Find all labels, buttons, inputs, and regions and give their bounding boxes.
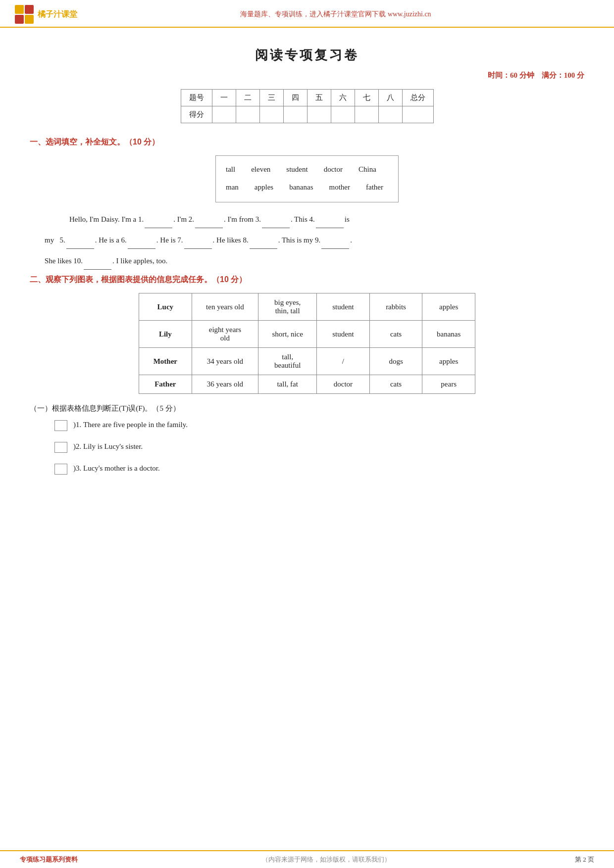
fill-text-block: Hello, I'm Daisy. I'm a 1. . I'm 2. . I'… bbox=[30, 211, 584, 228]
slogan-text: 海量题库、专项训练，进入橘子汁课堂官网下载 bbox=[240, 10, 386, 18]
score-val-3[interactable] bbox=[259, 106, 283, 123]
cell-lucy-food: apples bbox=[422, 293, 475, 321]
blank-9[interactable] bbox=[321, 232, 349, 249]
section1-title: 一、选词填空，补全短文。（10 分） bbox=[30, 137, 584, 147]
score-table-row2-label: 得分 bbox=[181, 106, 212, 123]
score-col-2: 二 bbox=[236, 90, 259, 106]
page-footer: 专项练习题系列资料 （内容来源于网络，如涉版权，请联系我们） 第 2 页 bbox=[0, 850, 614, 868]
tf-text-3: Lucy's mother is a doctor. bbox=[83, 464, 160, 473]
cell-lily-pets: cats bbox=[369, 321, 422, 348]
blank-5[interactable] bbox=[66, 232, 94, 249]
word-bananas: bananas bbox=[289, 180, 313, 195]
word-box: tall eleven student doctor China man app… bbox=[215, 155, 399, 202]
fill-line-2: my 5. . He is a 6. . He is 7. . He likes… bbox=[45, 236, 352, 244]
fill-text-block3: She likes 10. . I like apples, too. bbox=[30, 253, 584, 270]
tf-number-3: )3. bbox=[73, 464, 83, 473]
score-val-total[interactable] bbox=[402, 106, 433, 123]
blank-3[interactable] bbox=[262, 211, 290, 228]
score-val-4[interactable] bbox=[283, 106, 307, 123]
cell-father-appearance: tall, fat bbox=[258, 375, 317, 394]
tf-question-3: )3. Lucy's mother is a doctor. bbox=[30, 464, 584, 475]
score-col-3: 三 bbox=[259, 90, 283, 106]
score-col-6: 六 bbox=[331, 90, 355, 106]
svg-rect-3 bbox=[25, 15, 34, 24]
table-row: Mother 34 years old tall,beautiful / dog… bbox=[139, 348, 475, 375]
cell-mother-appearance: tall,beautiful bbox=[258, 348, 317, 375]
score-value: 100 分 bbox=[564, 71, 584, 79]
blank-4[interactable] bbox=[316, 211, 344, 228]
tf-number-1: )1. bbox=[73, 421, 83, 429]
page-content: 阅读专项复习卷 时间：60 分钟 满分：100 分 题号 一 二 三 四 五 六… bbox=[0, 28, 614, 515]
word-china: China bbox=[358, 162, 376, 178]
main-title: 阅读专项复习卷 bbox=[30, 47, 584, 64]
score-val-7[interactable] bbox=[355, 106, 378, 123]
website-text: www.juzizhi.cn bbox=[388, 10, 431, 18]
tf-number-2: )2. bbox=[73, 442, 83, 451]
header-slogan: 海量题库、专项训练，进入橘子汁课堂官网下载 www.juzizhi.cn bbox=[77, 10, 594, 19]
blank-8[interactable] bbox=[250, 232, 277, 249]
word-student: student bbox=[286, 162, 307, 178]
cell-father-pets: cats bbox=[369, 375, 422, 394]
table-row: Lucy ten years old big eyes,thin, tall s… bbox=[139, 293, 475, 321]
fill-line-3: She likes 10. . I like apples, too. bbox=[45, 257, 167, 265]
data-table-wrapper: Lucy ten years old big eyes,thin, tall s… bbox=[30, 293, 584, 394]
score-val-5[interactable] bbox=[307, 106, 331, 123]
tf-text-1: There are five people in the family. bbox=[83, 421, 188, 429]
word-eleven: eleven bbox=[251, 162, 270, 178]
time-info: 时间：60 分钟 满分：100 分 bbox=[30, 71, 584, 80]
cell-lucy-pets: rabbits bbox=[369, 293, 422, 321]
footer-right: 第 2 页 bbox=[575, 855, 594, 864]
word-row-1: tall eleven student doctor China bbox=[226, 162, 383, 178]
data-table: Lucy ten years old big eyes,thin, tall s… bbox=[139, 293, 475, 394]
blank-7[interactable] bbox=[184, 232, 212, 249]
blank-1[interactable] bbox=[145, 211, 172, 228]
score-col-7: 七 bbox=[355, 90, 378, 106]
time-value: 60 分钟 bbox=[510, 71, 534, 79]
tf-paren-3[interactable] bbox=[54, 464, 67, 475]
word-apples: apples bbox=[255, 180, 273, 195]
cell-mother-pets: dogs bbox=[369, 348, 422, 375]
word-row-2: man apples bananas mother father bbox=[226, 180, 383, 195]
score-val-2[interactable] bbox=[236, 106, 259, 123]
score-table-wrapper: 题号 一 二 三 四 五 六 七 八 总分 得分 bbox=[30, 89, 584, 123]
cell-mother-food: apples bbox=[422, 348, 475, 375]
tf-paren-2[interactable] bbox=[54, 442, 67, 453]
blank-2[interactable] bbox=[195, 211, 223, 228]
score-val-1[interactable] bbox=[212, 106, 236, 123]
score-table-row1-label: 题号 bbox=[181, 90, 212, 106]
cell-lily-job: student bbox=[317, 321, 370, 348]
logo-area: 橘子汁课堂 bbox=[15, 5, 77, 24]
blank-6[interactable] bbox=[128, 232, 155, 249]
logo-text: 橘子汁课堂 bbox=[38, 9, 77, 20]
cell-mother-name: Mother bbox=[139, 348, 192, 375]
logo-icon bbox=[15, 5, 34, 24]
table-row: Lily eight yearsold short, nice student … bbox=[139, 321, 475, 348]
svg-rect-1 bbox=[25, 5, 34, 14]
section2-title: 二、观察下列图表，根据图表提供的信息完成任务。（10 分） bbox=[30, 275, 584, 285]
cell-lucy-name: Lucy bbox=[139, 293, 192, 321]
cell-lily-age: eight yearsold bbox=[192, 321, 258, 348]
word-mother: mother bbox=[329, 180, 350, 195]
score-col-total: 总分 bbox=[402, 90, 433, 106]
cell-father-name: Father bbox=[139, 375, 192, 394]
word-doctor: doctor bbox=[324, 162, 343, 178]
svg-rect-0 bbox=[15, 5, 24, 14]
score-col-8: 八 bbox=[378, 90, 402, 106]
score-val-6[interactable] bbox=[331, 106, 355, 123]
cell-lucy-age: ten years old bbox=[192, 293, 258, 321]
tf-text-2: Lily is Lucy's sister. bbox=[83, 442, 143, 451]
word-tall: tall bbox=[226, 162, 235, 178]
score-val-8[interactable] bbox=[378, 106, 402, 123]
tf-question-1: )1. There are five people in the family. bbox=[30, 420, 584, 431]
cell-lucy-appearance: big eyes,thin, tall bbox=[258, 293, 317, 321]
fill-text-block2: my 5. . He is a 6. . He is 7. . He likes… bbox=[30, 232, 584, 249]
cell-father-food: pears bbox=[422, 375, 475, 394]
cell-lily-appearance: short, nice bbox=[258, 321, 317, 348]
fill-line-1: Hello, I'm Daisy. I'm a 1. . I'm 2. . I'… bbox=[69, 215, 350, 223]
word-man: man bbox=[226, 180, 239, 195]
table-row: Father 36 years old tall, fat doctor cat… bbox=[139, 375, 475, 394]
blank-10[interactable] bbox=[84, 253, 111, 270]
cell-lucy-job: student bbox=[317, 293, 370, 321]
tf-paren-1[interactable] bbox=[54, 420, 67, 431]
score-table: 题号 一 二 三 四 五 六 七 八 总分 得分 bbox=[181, 89, 434, 123]
